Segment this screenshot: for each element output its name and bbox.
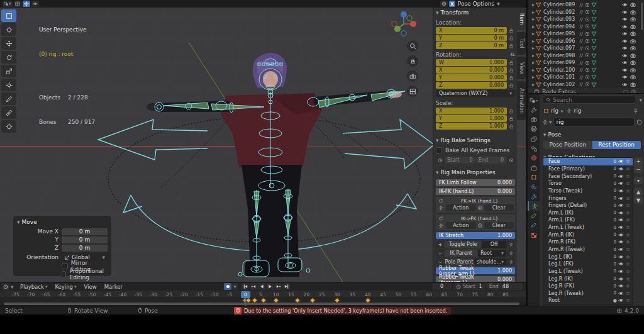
play-reverse-button[interactable] xyxy=(258,283,265,290)
hide-eye-icon[interactable] xyxy=(622,74,628,80)
slider-rubber-tweak-upper-arm-l-[interactable]: Rubber Tweak (upper_arm.L)1.000 xyxy=(436,267,515,274)
visibility-eye-icon[interactable] xyxy=(618,283,624,289)
grid-icon[interactable] xyxy=(14,1,21,7)
solo-star-icon[interactable]: ☆ xyxy=(626,174,630,179)
expand-icon[interactable]: ▸ xyxy=(532,9,535,15)
tool-cursor[interactable] xyxy=(1,23,16,36)
solo-star-icon[interactable]: ☆ xyxy=(626,203,630,208)
properties-tab-collection[interactable] xyxy=(528,163,540,172)
pose-options-dropdown[interactable]: Pose Options▾ xyxy=(457,1,501,7)
specials-button[interactable]: ▾ xyxy=(634,177,643,184)
sidebar-tab-animation[interactable]: Animation xyxy=(517,81,526,120)
hide-eye-icon[interactable] xyxy=(622,16,628,22)
properties-tab-modifiers[interactable] xyxy=(528,192,540,201)
bone-collection-arm-r-tweak-[interactable]: Arm.R (Tweak)0☆ xyxy=(543,246,633,253)
toggle-value[interactable]: Off xyxy=(482,241,506,248)
properties-tab-render[interactable] xyxy=(528,115,540,125)
rig-bake-panel-header[interactable]: ▾Rig Bake Settings xyxy=(436,137,515,143)
sidebar-tab-view[interactable]: View xyxy=(517,57,526,79)
properties-tab-tool[interactable] xyxy=(528,105,540,114)
bone-collection-arm-l-fk-[interactable]: Arm.L (FK)0☆ xyxy=(543,216,633,224)
tool-transform[interactable] xyxy=(1,79,16,91)
solo-star-icon[interactable]: ☆ xyxy=(626,254,630,260)
render-camera-icon[interactable] xyxy=(630,60,636,65)
move-up-button[interactable]: ▲ xyxy=(634,188,643,196)
sidebar-tab-item[interactable]: Item xyxy=(517,8,526,30)
hide-eye-icon[interactable] xyxy=(622,9,628,15)
bake-x-button[interactable] xyxy=(507,157,515,164)
properties-tab-texture[interactable] xyxy=(528,230,540,240)
outliner-scrollbar[interactable] xyxy=(641,3,643,30)
bake-all-keyed-frames-checkbox[interactable]: Bake All Keyed Frames xyxy=(436,147,515,153)
hide-eye-icon[interactable] xyxy=(622,2,628,8)
solo-star-icon[interactable]: ☆ xyxy=(626,196,630,201)
dropdown-value[interactable]: shoulde...▾ xyxy=(474,259,506,265)
toggle-label[interactable]: Toggle Pole xyxy=(445,241,481,248)
expand-icon[interactable]: ▸ xyxy=(532,38,535,44)
location-y-field[interactable]: Y0 m xyxy=(436,35,515,42)
timeline-menu-marker[interactable]: Marker xyxy=(104,284,123,290)
bone-collection-leg-r-tweak-[interactable]: Leg.R (Tweak)0☆ xyxy=(543,290,633,298)
expand-icon[interactable]: ▸ xyxy=(532,53,535,58)
transform-panel-header[interactable]: ▾Transform xyxy=(436,9,515,16)
hide-eye-icon[interactable] xyxy=(622,82,628,87)
zoom-button[interactable] xyxy=(407,40,418,52)
timeline-editor-type-icon[interactable] xyxy=(2,283,9,290)
start-frame-field[interactable]: 1 xyxy=(479,284,482,289)
rotation-x-field[interactable]: X0.000 xyxy=(436,67,515,74)
lock-icon[interactable] xyxy=(507,28,515,33)
clear-x-icon[interactable] xyxy=(477,223,483,228)
clear-button[interactable]: Clear xyxy=(484,204,514,211)
bone-collection-leg-l-ik-[interactable]: Leg.L (IK)0☆ xyxy=(543,253,633,260)
hide-eye-icon[interactable] xyxy=(622,31,628,36)
fake-user-shield-icon[interactable] xyxy=(636,120,642,125)
hide-eye-icon[interactable] xyxy=(622,38,628,44)
camera-button[interactable] xyxy=(407,70,418,82)
lock-icon[interactable] xyxy=(507,83,515,88)
properties-tab-view-layer[interactable] xyxy=(528,134,540,143)
tool-add-bone[interactable] xyxy=(1,120,16,133)
lock-icon[interactable] xyxy=(507,75,515,81)
visibility-eye-icon[interactable] xyxy=(618,298,624,303)
rotation-w-field[interactable]: W1.000 xyxy=(436,59,515,66)
expand-icon[interactable]: ▸ xyxy=(532,16,535,22)
outliner-row[interactable]: ▸Cylinder.093 xyxy=(528,16,644,23)
outliner-row[interactable]: ▸Cylinder.095 xyxy=(528,30,644,38)
dropdown-value[interactable]: Root▾ xyxy=(478,250,506,257)
move-field-row[interactable]: Z0 m xyxy=(17,244,108,252)
bone-collection-torso[interactable]: Torso0☆ xyxy=(543,180,633,187)
bone-collection-leg-l-fk-[interactable]: Leg.L (FK)0☆ xyxy=(543,260,633,268)
bone-collection-root[interactable]: Root●☆ xyxy=(543,297,633,304)
solo-star-icon[interactable]: ☆ xyxy=(626,159,630,164)
tool-select-box[interactable] xyxy=(1,9,16,22)
properties-tab-object-data[interactable] xyxy=(528,201,540,211)
hide-eye-icon[interactable] xyxy=(622,24,628,30)
expand-icon[interactable]: ▸ xyxy=(532,2,535,8)
end-frame-field[interactable]: 48 xyxy=(502,284,509,289)
rotation-lock-toggle[interactable]: 4L xyxy=(510,52,515,57)
expand-icon[interactable]: ▸ xyxy=(532,45,535,51)
lock-icon[interactable] xyxy=(507,124,515,129)
properties-tab-physics[interactable] xyxy=(528,182,540,192)
action-button[interactable]: Action xyxy=(446,204,476,211)
lock-icon[interactable] xyxy=(507,109,515,114)
move-field-row[interactable]: Move X0 m xyxy=(17,228,108,235)
properties-tab-bone[interactable] xyxy=(528,211,540,221)
hide-eye-icon[interactable] xyxy=(622,53,628,58)
outliner-row[interactable]: ▸Cylinder.089 xyxy=(528,1,644,9)
bake-end-field[interactable]: End0 xyxy=(476,157,507,164)
properties-tab-scene[interactable] xyxy=(528,144,540,153)
timeline-menu-playback[interactable]: Playback▾ xyxy=(20,284,47,290)
scale-x-field[interactable]: X1.000 xyxy=(436,108,515,114)
timeline-ruler[interactable]: -75-70-65-60-55-50-45-40-35-30-25-20-15-… xyxy=(0,291,526,302)
timeline-scrollbar[interactable] xyxy=(4,303,519,305)
move-down-button[interactable]: ▼ xyxy=(634,196,643,204)
navigation-gizmo[interactable] xyxy=(389,9,419,39)
outliner-row[interactable]: ▸Cylinder.098 xyxy=(528,52,644,60)
ortho-grid-button[interactable] xyxy=(407,86,418,97)
slider-fk-limb-follow[interactable]: FK Limb Follow0.000 xyxy=(436,179,515,186)
clear-x-icon[interactable] xyxy=(477,205,483,211)
expand-icon[interactable]: ▸ xyxy=(532,74,535,80)
preview-range-clock-icon[interactable] xyxy=(436,157,444,164)
outliner-row[interactable]: ▸Cylinder.097 xyxy=(528,45,644,52)
